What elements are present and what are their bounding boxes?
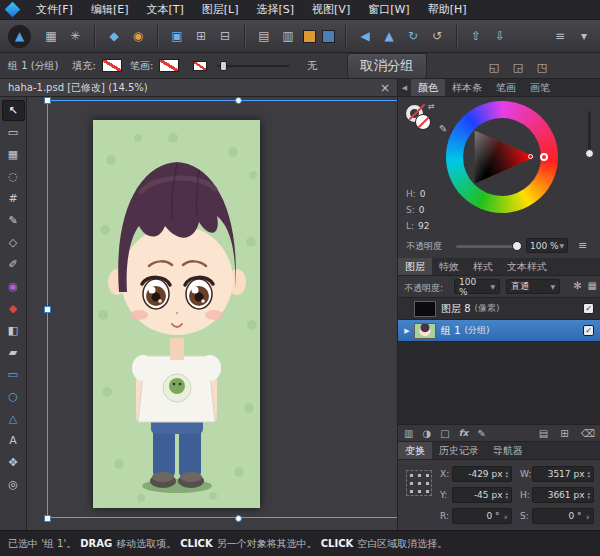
- menu-file[interactable]: 文件[F]: [27, 0, 82, 20]
- expander-icon[interactable]: ▶: [402, 327, 412, 335]
- stroke-none-swatch[interactable]: [159, 59, 179, 72]
- menu-help[interactable]: 帮助[H]: [419, 0, 476, 20]
- stroke-width-slider[interactable]: [217, 65, 289, 67]
- layer-visibility-checkbox[interactable]: ✓: [583, 325, 594, 336]
- live-filter-icon[interactable]: □: [440, 428, 449, 439]
- x-input[interactable]: -429 px▴▾: [452, 466, 512, 482]
- y-input[interactable]: -45 px▴▾: [452, 487, 512, 503]
- ungroup-button[interactable]: 取消分组: [347, 53, 426, 79]
- stroke-width-slider-handle[interactable]: [220, 61, 227, 71]
- fill-color-well[interactable]: [415, 114, 431, 130]
- stroke-none-label[interactable]: 无: [307, 59, 317, 73]
- menu-text[interactable]: 文本[T]: [137, 0, 192, 20]
- tab-transform[interactable]: 变换: [398, 442, 432, 459]
- move-forward-icon[interactable]: ⇧: [466, 26, 486, 46]
- layers-opacity-dropdown[interactable]: 100 %▼: [454, 279, 500, 294]
- lasso-tool[interactable]: ◌: [2, 166, 25, 187]
- assistant-icon[interactable]: ◲: [508, 57, 528, 77]
- flip-horizontal-icon[interactable]: ◀: [355, 26, 375, 46]
- layers-grid-icon[interactable]: ▦: [588, 280, 597, 291]
- rectangle-shape-tool[interactable]: ▭: [2, 364, 25, 385]
- toolbar-menu-icon[interactable]: ≡: [550, 26, 570, 46]
- h-input[interactable]: 3661 px▴▾: [532, 487, 594, 503]
- adjustment-layer-icon[interactable]: ◑: [422, 428, 431, 439]
- hue-ring-selector[interactable]: [540, 153, 548, 161]
- delete-layer-icon[interactable]: ⌫: [581, 428, 595, 439]
- selection-handle-top-left[interactable]: [44, 97, 51, 104]
- eyedropper-icon[interactable]: ✐: [437, 124, 448, 132]
- layer-stack-icon[interactable]: ▤: [254, 26, 274, 46]
- swap-colors-icon[interactable]: ⇄: [428, 102, 435, 111]
- panel-menu-icon[interactable]: ≡: [578, 239, 587, 252]
- menu-window[interactable]: 窗口[W]: [359, 0, 418, 20]
- selection-bounding-box[interactable]: [47, 100, 397, 518]
- selection-handle-top-center[interactable]: [235, 97, 242, 104]
- color-tool[interactable]: ◉: [2, 276, 25, 297]
- toolbar-caret-icon[interactable]: ▾: [574, 26, 594, 46]
- selection-handle-bottom-left[interactable]: [44, 515, 51, 522]
- tab-color[interactable]: 颜色: [411, 79, 445, 96]
- opacity-slider-handle[interactable]: [512, 241, 522, 251]
- color-wheel[interactable]: [446, 101, 558, 213]
- shear-input[interactable]: 0 °∨: [532, 508, 594, 524]
- text-tool[interactable]: A: [2, 430, 25, 451]
- color-triangle[interactable]: [467, 122, 537, 192]
- selection-subtract-icon[interactable]: ⊟: [215, 26, 235, 46]
- tab-text-styles[interactable]: 文本样式: [500, 258, 554, 275]
- marquee-tool[interactable]: ▦: [2, 144, 25, 165]
- rotate-cw-icon[interactable]: ↻: [403, 26, 423, 46]
- chevron-left-icon[interactable]: ◀: [398, 84, 411, 92]
- preview-mode-icon[interactable]: ◳: [532, 57, 552, 77]
- brush-tool[interactable]: ✐: [2, 254, 25, 275]
- blend-mode-dropdown[interactable]: 直通▼: [506, 279, 560, 294]
- app-logo-icon[interactable]: [5, 2, 21, 18]
- blend-options-icon[interactable]: ✻: [573, 280, 581, 291]
- paint-icon[interactable]: ◉: [128, 26, 148, 46]
- opacity-slider[interactable]: [456, 245, 518, 248]
- layer-row-pixel[interactable]: ▶ 图层 8 (像素) ✓: [398, 298, 600, 320]
- tab-swatches[interactable]: 样本条: [445, 79, 489, 96]
- layer-stack-alt-icon[interactable]: ▥: [278, 26, 298, 46]
- zoom-tool[interactable]: ◎: [2, 474, 25, 495]
- hand-tool[interactable]: ✥: [2, 452, 25, 473]
- flip-vertical-icon[interactable]: ▲: [379, 26, 399, 46]
- tab-styles[interactable]: 样式: [466, 258, 500, 275]
- crop-tool[interactable]: #: [2, 188, 25, 209]
- menu-edit[interactable]: 编辑[E]: [82, 0, 138, 20]
- stroke-color-swatch[interactable]: [322, 30, 335, 43]
- anchor-point-selector[interactable]: [406, 470, 432, 496]
- gradient-tool[interactable]: ◧: [2, 320, 25, 341]
- opacity-value-dropdown[interactable]: 100 %▼: [526, 238, 568, 253]
- node-tool[interactable]: ◇: [2, 232, 25, 253]
- shade-slider-handle[interactable]: [585, 149, 594, 158]
- document-tab[interactable]: haha-1.psd [已修改] (14.5%): [8, 81, 148, 95]
- rotation-input[interactable]: 0 °∨: [452, 508, 512, 524]
- artboard-tool[interactable]: ▭: [2, 122, 25, 143]
- menu-layer[interactable]: 图层[L]: [193, 0, 248, 20]
- shade-slider[interactable]: [588, 111, 591, 157]
- new-pixel-layer-icon[interactable]: ▤: [539, 428, 548, 439]
- fill-tool[interactable]: ◆: [2, 298, 25, 319]
- vector-layer-icon[interactable]: ✎: [477, 428, 485, 439]
- canvas-viewport[interactable]: [27, 97, 397, 530]
- spinner-icon[interactable]: ▴▾: [505, 470, 508, 478]
- stroke-style-swatch[interactable]: [193, 61, 207, 71]
- tab-navigator[interactable]: 导航器: [486, 442, 530, 459]
- tab-effects[interactable]: 特效: [432, 258, 466, 275]
- tab-history[interactable]: 历史记录: [432, 442, 486, 459]
- selection-add-icon[interactable]: ⊞: [191, 26, 211, 46]
- menu-select[interactable]: 选择[S]: [248, 0, 304, 20]
- selection-handle-bottom-center[interactable]: [235, 515, 242, 522]
- selection-handle-left-middle[interactable]: [44, 306, 51, 313]
- move-backward-icon[interactable]: ⇩: [490, 26, 510, 46]
- layer-visibility-checkbox[interactable]: ✓: [583, 303, 594, 314]
- selection-new-icon[interactable]: ▣: [167, 26, 187, 46]
- eraser-tool[interactable]: ▰: [2, 342, 25, 363]
- spinner-icon[interactable]: ▴▾: [587, 470, 590, 478]
- snapping-toggle-icon[interactable]: ◱: [484, 57, 504, 77]
- new-layer-icon[interactable]: ⊞: [560, 428, 568, 439]
- snapping-nodes-icon[interactable]: ✳: [65, 26, 85, 46]
- layer-effects-icon[interactable]: fx: [459, 428, 469, 438]
- menu-view[interactable]: 视图[V]: [303, 0, 359, 20]
- tab-brushes[interactable]: 画笔: [523, 79, 557, 96]
